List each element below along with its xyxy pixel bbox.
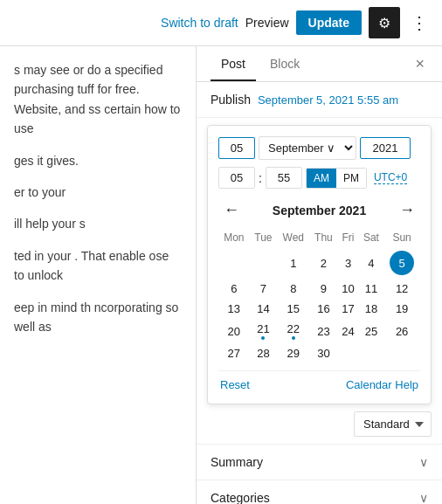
- calendar-day[interactable]: 24: [337, 319, 358, 343]
- calendar-day[interactable]: 17: [337, 299, 358, 319]
- calendar-day: [383, 343, 420, 363]
- reset-link[interactable]: Reset: [220, 378, 250, 391]
- prev-month-button[interactable]: ←: [218, 199, 245, 221]
- calendar-day[interactable]: 26: [383, 319, 420, 343]
- calendar-day[interactable]: 27: [218, 343, 250, 363]
- calendar-day: [359, 343, 384, 363]
- editor-para-6: eep in mind th ncorporating so well as: [14, 298, 182, 337]
- calendar-day[interactable]: 20: [218, 319, 250, 343]
- calendar-day[interactable]: 3: [337, 247, 358, 279]
- publish-date[interactable]: September 5, 2021 5:55 am: [258, 93, 398, 107]
- calendar-grid: Mon Tue Wed Thu Fri Sat Sun 123456789101…: [218, 228, 420, 363]
- more-options-button[interactable]: ⋮: [407, 12, 432, 33]
- tab-block[interactable]: Block: [259, 46, 310, 81]
- weekday-sun: Sun: [383, 228, 420, 247]
- event-dot: [279, 336, 307, 340]
- editor-para-3: er to your: [14, 183, 182, 202]
- calendar-day[interactable]: 29: [277, 343, 309, 363]
- accordion-categories[interactable]: Categories ∨: [197, 480, 442, 504]
- calendar-day[interactable]: 30: [309, 343, 337, 363]
- calendar-day[interactable]: 23: [309, 319, 337, 343]
- calendar-day[interactable]: 7: [250, 279, 278, 299]
- year-input[interactable]: [360, 137, 411, 159]
- calendar-day[interactable]: 12: [383, 279, 420, 299]
- calendar-day[interactable]: 25: [359, 319, 384, 343]
- month-select[interactable]: September ∨: [259, 136, 356, 160]
- editor-para-2: ges it gives.: [14, 151, 182, 170]
- preview-button[interactable]: Preview: [245, 16, 289, 30]
- time-inputs: : AM PM UTC+0: [218, 167, 420, 189]
- calendar-day[interactable]: 6: [218, 279, 250, 299]
- gear-icon: ⚙: [378, 15, 390, 31]
- toolbar: Switch to draft Preview Update ⚙ ⋮: [0, 0, 442, 46]
- timezone-label[interactable]: UTC+0: [374, 171, 407, 184]
- calendar-day[interactable]: 18: [359, 299, 384, 319]
- editor-para-1: s may see or do a specified purchasing t…: [14, 60, 182, 139]
- publish-label: Publish: [211, 93, 251, 107]
- minute-input[interactable]: [266, 167, 302, 189]
- date-inputs: September ∨: [218, 136, 420, 160]
- calendar-day[interactable]: 1: [277, 247, 309, 279]
- switch-to-draft-button[interactable]: Switch to draft: [161, 16, 238, 30]
- calendar-day[interactable]: 8: [277, 279, 309, 299]
- calendar-day[interactable]: 11: [359, 279, 384, 299]
- calendar-day[interactable]: 10: [337, 279, 358, 299]
- weekday-tue: Tue: [250, 228, 278, 247]
- calendar-day[interactable]: 22: [277, 319, 309, 343]
- calendar-day[interactable]: 15: [277, 299, 309, 319]
- next-month-button[interactable]: →: [394, 199, 420, 221]
- editor-area: s may see or do a specified purchasing t…: [0, 46, 196, 504]
- standard-dropdown-row: Standard: [207, 411, 432, 437]
- calendar-day[interactable]: 9: [309, 279, 337, 299]
- time-separator: :: [259, 171, 262, 185]
- panel-tabs: Post Block ×: [197, 46, 442, 82]
- day-input[interactable]: [218, 137, 255, 159]
- weekday-sat: Sat: [359, 228, 384, 247]
- accordion-summary[interactable]: Summary ∨: [197, 444, 442, 480]
- hour-input[interactable]: [218, 167, 255, 189]
- calendar-day[interactable]: 2: [309, 247, 337, 279]
- calendar-day: [337, 343, 358, 363]
- calendar-day[interactable]: 14: [250, 299, 278, 319]
- event-dot: [252, 336, 276, 340]
- picker-footer: Reset Calendar Help: [218, 370, 420, 393]
- weekday-thu: Thu: [309, 228, 337, 247]
- calendar-day[interactable]: 16: [309, 299, 337, 319]
- pm-button[interactable]: PM: [336, 169, 366, 188]
- editor-para-4: ill help your s: [14, 214, 182, 233]
- calendar-day[interactable]: 4: [359, 247, 384, 279]
- calendar-help-link[interactable]: Calendar Help: [346, 378, 418, 391]
- calendar-header: ← September 2021 →: [218, 199, 420, 221]
- sidebar-panel: Post Block × Publish September 5, 2021 5…: [196, 46, 442, 504]
- calendar-day[interactable]: 5: [383, 247, 420, 279]
- ampm-group: AM PM: [306, 168, 367, 189]
- calendar-day[interactable]: 21: [250, 319, 278, 343]
- datetime-picker: September ∨ : AM PM UTC+0 ← September 20…: [207, 125, 432, 404]
- calendar-day: [218, 247, 250, 279]
- gear-button[interactable]: ⚙: [369, 7, 400, 38]
- more-icon: ⋮: [411, 13, 428, 32]
- calendar-day[interactable]: 28: [250, 343, 278, 363]
- update-button[interactable]: Update: [296, 10, 362, 35]
- editor-para-5: ted in your . That enable ose to unlock: [14, 246, 182, 286]
- weekday-fri: Fri: [337, 228, 358, 247]
- today-indicator: 5: [390, 251, 414, 275]
- standard-select[interactable]: Standard: [354, 411, 432, 437]
- publish-row: Publish September 5, 2021 5:55 am: [197, 82, 442, 118]
- calendar-day[interactable]: 13: [218, 299, 250, 319]
- weekday-wed: Wed: [277, 228, 309, 247]
- am-button[interactable]: AM: [307, 169, 336, 188]
- close-panel-button[interactable]: ×: [411, 52, 428, 77]
- weekday-mon: Mon: [218, 228, 250, 247]
- calendar-title: September 2021: [273, 204, 366, 217]
- calendar-day: [250, 247, 278, 279]
- calendar-day[interactable]: 19: [383, 299, 420, 319]
- tab-post[interactable]: Post: [211, 46, 256, 81]
- main-layout: s may see or do a specified purchasing t…: [0, 46, 442, 504]
